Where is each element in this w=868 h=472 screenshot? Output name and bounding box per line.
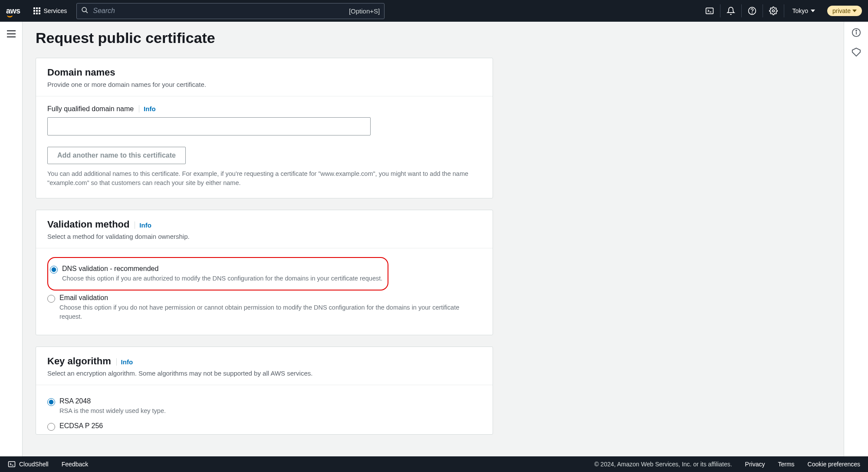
account-menu[interactable]: private bbox=[827, 6, 862, 16]
radio-input-email[interactable] bbox=[47, 295, 55, 303]
cloudshell-label: CloudShell bbox=[19, 461, 49, 468]
svg-rect-0 bbox=[33, 7, 35, 9]
svg-rect-5 bbox=[39, 10, 40, 12]
radio-rsa-2048[interactable]: RSA 2048 RSA is the most widely used key… bbox=[47, 394, 481, 419]
radio-desc: Choose this option if you are authorized… bbox=[62, 274, 382, 283]
right-rail bbox=[844, 22, 868, 456]
footer-privacy-link[interactable]: Privacy bbox=[745, 461, 765, 468]
settings-icon[interactable] bbox=[763, 4, 784, 17]
top-navbar: aws ⌣ Services [Option+S] Tokyo pri bbox=[0, 0, 868, 22]
radio-title: RSA 2048 bbox=[59, 397, 166, 405]
region-selector[interactable]: Tokyo bbox=[784, 4, 823, 17]
caret-down-icon bbox=[852, 10, 857, 12]
fqdn-input[interactable] bbox=[47, 117, 371, 135]
radio-input-rsa[interactable] bbox=[47, 398, 55, 406]
svg-rect-1 bbox=[36, 7, 38, 9]
search-shortcut-label: [Option+S] bbox=[349, 7, 380, 15]
search-icon bbox=[81, 7, 89, 15]
key-info-link[interactable]: Info bbox=[116, 358, 133, 366]
info-panel-icon[interactable] bbox=[852, 28, 861, 39]
radio-input-ecdsa[interactable] bbox=[47, 423, 55, 431]
radio-desc: RSA is the most widely used key type. bbox=[59, 406, 166, 415]
cloudshell-icon[interactable] bbox=[699, 4, 720, 17]
key-sub: Select an encryption algorithm. Some alg… bbox=[47, 370, 481, 377]
sidebar-toggle-icon[interactable] bbox=[4, 28, 18, 456]
add-domain-button[interactable]: Add another name to this certificate bbox=[47, 147, 186, 164]
footer-terms-link[interactable]: Terms bbox=[778, 461, 794, 468]
search-input[interactable] bbox=[93, 7, 349, 15]
radio-ecdsa-p256[interactable]: ECDSA P 256 bbox=[47, 419, 481, 434]
key-heading: Key algorithm bbox=[47, 356, 111, 366]
validation-info-link[interactable]: Info bbox=[135, 221, 151, 229]
svg-rect-3 bbox=[33, 10, 35, 12]
svg-rect-8 bbox=[39, 13, 40, 14]
services-label: Services bbox=[44, 7, 67, 14]
aws-logo[interactable]: aws ⌣ bbox=[6, 7, 20, 16]
domain-hint: You can add additional names to this cer… bbox=[47, 169, 477, 188]
grid-icon bbox=[33, 7, 40, 14]
fqdn-info-link[interactable]: Info bbox=[139, 105, 156, 112]
svg-rect-4 bbox=[36, 10, 38, 12]
radio-dns-validation[interactable]: DNS validation - recommended Choose this… bbox=[50, 261, 382, 286]
fqdn-label: Fully qualified domain name bbox=[47, 105, 134, 112]
footer-bar: CloudShell Feedback © 2024, Amazon Web S… bbox=[0, 456, 868, 472]
svg-rect-11 bbox=[706, 8, 713, 13]
radio-title: ECDSA P 256 bbox=[59, 422, 103, 430]
account-badge-label: private bbox=[832, 7, 851, 14]
notifications-icon[interactable] bbox=[720, 4, 741, 17]
security-panel-icon[interactable] bbox=[852, 47, 861, 58]
radio-input-dns[interactable] bbox=[50, 266, 58, 274]
highlight-annotation: DNS validation - recommended Choose this… bbox=[47, 257, 388, 290]
page-title: Request public certificate bbox=[36, 30, 831, 46]
validation-sub: Select a method for validating domain ow… bbox=[47, 233, 481, 240]
validation-heading: Validation method bbox=[47, 219, 129, 230]
main-content: Request public certificate Domain names … bbox=[23, 22, 844, 456]
help-icon[interactable] bbox=[741, 4, 763, 17]
svg-rect-7 bbox=[36, 13, 38, 14]
svg-point-15 bbox=[773, 10, 775, 12]
svg-line-10 bbox=[86, 11, 88, 13]
panel-key-algorithm: Key algorithm Info Select an encryption … bbox=[36, 347, 493, 435]
radio-title: DNS validation - recommended bbox=[62, 265, 382, 273]
domain-panel-sub: Provide one or more domain names for you… bbox=[47, 81, 481, 88]
footer-cookie-link[interactable]: Cookie preferences bbox=[808, 461, 860, 468]
svg-rect-6 bbox=[33, 13, 35, 14]
panel-validation-method: Validation method Info Select a method f… bbox=[36, 210, 493, 335]
svg-point-14 bbox=[752, 13, 753, 13]
global-search[interactable]: [Option+S] bbox=[76, 3, 385, 19]
svg-rect-2 bbox=[39, 7, 40, 9]
panel-domain-names: Domain names Provide one or more domain … bbox=[36, 58, 493, 198]
caret-down-icon bbox=[811, 10, 815, 12]
region-label: Tokyo bbox=[792, 7, 808, 14]
svg-marker-22 bbox=[852, 48, 860, 56]
cloudshell-button[interactable]: CloudShell bbox=[8, 460, 49, 468]
svg-rect-23 bbox=[9, 462, 15, 467]
services-menu-button[interactable]: Services bbox=[29, 5, 72, 17]
radio-email-validation[interactable]: Email validation Choose this option if y… bbox=[47, 290, 481, 324]
left-rail bbox=[0, 22, 23, 456]
footer-copyright: © 2024, Amazon Web Services, Inc. or its… bbox=[594, 461, 732, 468]
radio-desc: Choose this option if you do not have pe… bbox=[59, 303, 476, 321]
svg-point-21 bbox=[856, 30, 857, 31]
radio-title: Email validation bbox=[59, 294, 476, 302]
feedback-link[interactable]: Feedback bbox=[62, 461, 88, 468]
domain-panel-heading: Domain names bbox=[47, 67, 115, 78]
svg-point-9 bbox=[82, 7, 86, 12]
